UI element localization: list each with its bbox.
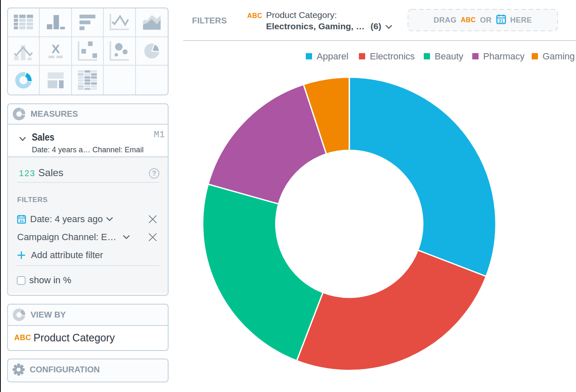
svg-text:X: X (51, 43, 60, 56)
svg-text:31: 31 (19, 218, 24, 223)
svg-text:31: 31 (498, 18, 504, 23)
